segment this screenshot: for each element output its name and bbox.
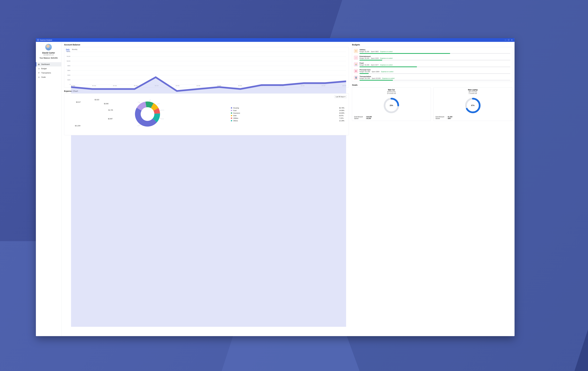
area-svg: [71, 52, 346, 327]
sidebar-item-transactions[interactable]: ⟳ Transactions: [36, 71, 61, 75]
budget-spent: Spent: $664: [372, 71, 379, 73]
budget-meta: Budget: $12,000 Spent: $2,683 Expense on…: [359, 78, 510, 79]
sidebar-item-budget[interactable]: ◷ Budget: [36, 66, 61, 71]
legend-pct: 14.06%: [339, 110, 347, 111]
budget-spent: Spent: $150: [371, 57, 378, 59]
goals-grid: New Car ($750/month) 18 months left 25% …: [352, 87, 512, 121]
legend-name: Debt: [233, 115, 338, 117]
minimize-button[interactable]: —: [504, 39, 507, 41]
legend-pct: 8.87%: [339, 115, 347, 117]
legend-swatch: [231, 112, 232, 114]
grid-icon: ▦: [38, 63, 40, 65]
close-button[interactable]: ✕: [510, 39, 513, 41]
expense-range-label: Last 90 days: [336, 96, 344, 97]
budget-row[interactable]: ♪ Entertainment Budget: $1,000 Spent: $1…: [352, 54, 512, 61]
account-balance-heading: Account Balance: [64, 43, 349, 46]
budget-status: Expense on control: [381, 71, 393, 73]
account-balance-chart: 0$20K$40K$60K$80K$100K$120K$140K: [71, 52, 346, 85]
budget-meta: Budget: $1,000 Spent: $377 Expense on co…: [359, 64, 510, 66]
account-tabs: Daily Monthly: [66, 49, 347, 51]
budget-progress-track: [359, 66, 510, 67]
sidebar-item-goals[interactable]: ◎ Goals: [36, 75, 61, 79]
goal-amount-label: Goal Amount: [354, 116, 365, 117]
tab-monthly[interactable]: Monthly: [72, 49, 77, 51]
y-tick-label: $20K: [66, 79, 71, 81]
y-tick-label: $120K: [66, 56, 71, 57]
goal-saved-value: $4,500: [366, 117, 371, 119]
sidebar-item-label: Dashboard: [41, 63, 50, 65]
y-tick-label: $140K: [66, 51, 71, 53]
tab-daily[interactable]: Daily: [66, 49, 70, 51]
legend-pct: 12.28%: [339, 120, 347, 122]
goal-ring: 25%: [383, 97, 400, 114]
y-tick-label: 0: [66, 84, 71, 85]
budget-progress-fill: [359, 53, 450, 54]
goal-ring: 67%: [464, 97, 481, 114]
legend-name: Utilities: [233, 117, 338, 119]
donut-callout: $3,317: [76, 101, 81, 103]
goal-amount-value: $18,000: [366, 116, 372, 117]
donut-callout: $2,092: [104, 103, 108, 105]
goal-saved-label: Saved: [354, 117, 365, 119]
legend-name: Goal: [233, 110, 338, 111]
budget-amount: Budget: $12,000: [359, 71, 370, 73]
budget-progress-fill: [359, 60, 382, 61]
legend-swatch: [231, 117, 232, 119]
budget-status: Expense on control: [380, 57, 392, 59]
app-window: $ Expense Analysis — ☐ ✕ David Carter da…: [36, 38, 514, 336]
y-tick-label: $100K: [66, 60, 71, 62]
budget-row[interactable]: ✿ Personal Care Budget: $12,000 Spent: $…: [352, 68, 512, 74]
y-tick-label: $40K: [66, 74, 71, 76]
sidebar-item-label: Goals: [41, 76, 46, 78]
account-balance-panel: Daily Monthly 0$20K$40K$60K$80K$100K$120…: [64, 47, 349, 88]
budget-meta: Budget: $12,000 Spent: $664 Expense on c…: [359, 71, 510, 73]
budget-meta: Budget: $1,000 Spent: $150 Expense on co…: [359, 57, 510, 59]
goal-per-month: ($217/month): [435, 91, 511, 93]
goal-card[interactable]: New Laptop ($217/month) 2 months left 67…: [433, 87, 512, 121]
donut-callout: $2,897: [108, 118, 113, 120]
budget-status: Expense on control: [380, 64, 392, 66]
refresh-icon: ⟳: [38, 72, 40, 74]
budget-row[interactable]: 🚆 Transportation Budget: $12,000 Spent: …: [352, 74, 512, 81]
legend-pct: 46.78%: [339, 107, 347, 109]
budget-row[interactable]: ✕ Utilities Budget: $1,000 Spent: $602 E…: [352, 48, 512, 54]
goal-months-left: 18 months left: [354, 93, 429, 94]
legend-swatch: [231, 107, 232, 108]
goal-ring-label: 25%: [383, 97, 400, 114]
legend-pct: 10.69%: [339, 112, 347, 114]
budget-row[interactable]: 🧁 Food Budget: $1,000 Spent: $377 Expens…: [352, 61, 512, 68]
budget-spent: Spent: $377: [371, 64, 378, 66]
budget-spent: Spent: $602: [371, 51, 378, 53]
budget-progress-track: [359, 60, 510, 61]
target-icon: ◎: [38, 76, 40, 78]
sidebar-item-dashboard[interactable]: ▦ Dashboard: [36, 62, 61, 66]
legend-row: Others 12.28%: [231, 119, 347, 122]
legend-swatch: [231, 120, 232, 121]
legend-row: Goal 14.06%: [231, 109, 347, 112]
expense-range-dropdown[interactable]: Last 90 days ▾: [334, 95, 347, 98]
budget-name: Entertainment: [359, 55, 510, 57]
user-name: David Carter: [36, 52, 61, 54]
sidebar-item-label: Budget: [41, 68, 47, 70]
titlebar: $ Expense Analysis — ☐ ✕: [36, 38, 514, 42]
goal-card[interactable]: New Car ($750/month) 18 months left 25% …: [352, 87, 431, 121]
balance-label: Your Balance: $124,931: [36, 57, 61, 59]
donut-svg: [123, 95, 172, 134]
chevron-down-icon: ▾: [345, 96, 345, 97]
app-logo-icon: $: [37, 39, 39, 41]
goals-heading: Goals: [352, 84, 512, 86]
budget-progress-fill: [359, 66, 417, 67]
legend-row: Utilities 7.31%: [231, 117, 347, 119]
category-icon: ♪: [354, 55, 358, 60]
budget-spent: Spent: $2,683: [372, 78, 380, 79]
expense-chart-panel: Last 90 days ▾ $3,317$2,522$2,092$1,725$…: [64, 93, 349, 135]
category-icon: 🚆: [354, 76, 358, 80]
goal-name: New Car: [354, 89, 429, 91]
sidebar: David Carter david@mail.com Your Balance…: [36, 42, 62, 336]
budget-amount: Budget: $1,000: [359, 51, 369, 53]
budgets-panel: ✕ Utilities Budget: $1,000 Spent: $602 E…: [352, 47, 512, 82]
legend-row: Insurance 10.69%: [231, 112, 347, 114]
avatar[interactable]: [45, 44, 52, 50]
maximize-button[interactable]: ☐: [507, 39, 510, 41]
budgets-heading: Budgets: [352, 43, 512, 46]
